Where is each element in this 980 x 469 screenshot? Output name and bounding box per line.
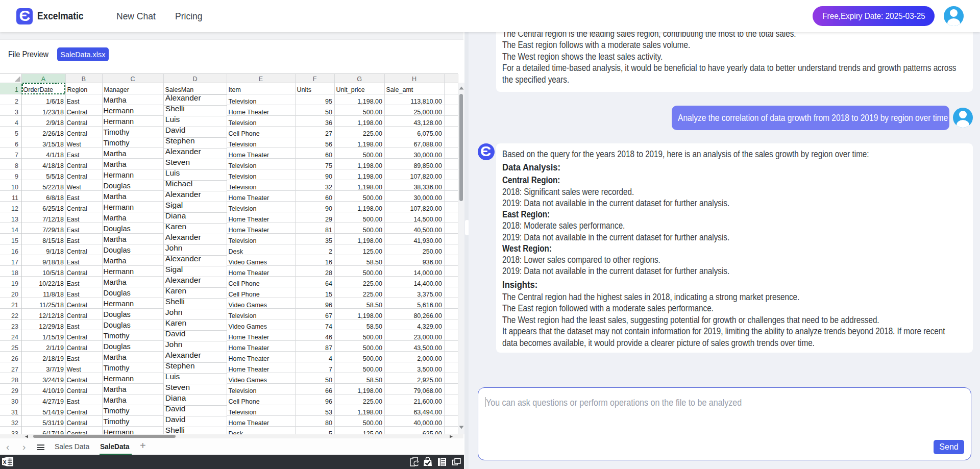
svg-text:Hermann: Hermann [104, 428, 134, 434]
svg-text:Home Theater: Home Theater [229, 109, 270, 116]
svg-text:35: 35 [325, 237, 332, 244]
svg-text:Douglas: Douglas [104, 289, 131, 297]
svg-text:7: 7 [329, 366, 332, 373]
svg-text:Home Theater: Home Theater [229, 334, 270, 341]
svg-text:2,000.00: 2,000.00 [417, 355, 442, 362]
svg-text:West: West [67, 141, 82, 148]
svg-text:1,198.00: 1,198.00 [357, 237, 382, 244]
svg-text:25: 25 [11, 344, 18, 352]
svg-text:12: 12 [11, 205, 18, 212]
svg-text:10/5/18: 10/5/18 [42, 269, 64, 277]
svg-text:43,128.00: 43,128.00 [413, 119, 442, 127]
svg-text:OrderDate: OrderDate [23, 86, 53, 93]
svg-text:G: G [357, 76, 362, 83]
svg-text:1,198.00: 1,198.00 [357, 312, 382, 319]
svg-text:4,329.00: 4,329.00 [417, 323, 442, 330]
svg-text:8/15/18: 8/15/18 [42, 237, 64, 244]
svg-text:Central: Central [67, 409, 87, 416]
svg-text:East: East [67, 323, 80, 330]
svg-text:Region: Region [67, 86, 88, 93]
svg-text:3/15/18: 3/15/18 [42, 141, 64, 148]
svg-text:Stephen: Stephen [165, 136, 195, 145]
svg-text:Central: Central [67, 430, 87, 434]
svg-text:Hermann: Hermann [104, 171, 134, 179]
svg-text:1,198.00: 1,198.00 [357, 119, 382, 127]
svg-text:7/12/18: 7/12/18 [42, 216, 64, 223]
svg-text:2/26/18: 2/26/18 [42, 130, 64, 137]
svg-text:David: David [165, 415, 186, 424]
svg-text:2/1/19: 2/1/19 [46, 344, 64, 352]
svg-text:Douglas: Douglas [104, 310, 131, 318]
svg-text:Sale_amt: Sale_amt [386, 86, 413, 93]
svg-text:Martha: Martha [104, 278, 127, 286]
svg-text:Television: Television [229, 141, 257, 148]
svg-text:500.00: 500.00 [363, 344, 382, 352]
svg-text:Alexander: Alexander [165, 276, 201, 284]
svg-text:80: 80 [325, 419, 332, 427]
svg-text:64: 64 [325, 280, 332, 287]
svg-text:Martha: Martha [104, 235, 127, 243]
svg-text:Cell Phone: Cell Phone [229, 398, 260, 405]
svg-text:46: 46 [325, 334, 332, 341]
svg-text:East: East [67, 152, 80, 159]
svg-text:John: John [165, 340, 183, 349]
svg-text:1,198.00: 1,198.00 [357, 98, 382, 105]
svg-text:Douglas: Douglas [104, 342, 131, 351]
svg-text:Douglas: Douglas [104, 225, 131, 233]
svg-text:10/22/18: 10/22/18 [39, 280, 64, 287]
svg-text:Timothy: Timothy [104, 407, 130, 415]
svg-text:500.00: 500.00 [363, 216, 382, 223]
svg-text:Martha: Martha [104, 96, 127, 104]
svg-text:4/1/18: 4/1/18 [46, 152, 64, 159]
svg-text:90: 90 [325, 173, 332, 180]
svg-text:10: 10 [11, 184, 18, 191]
svg-text:Karen: Karen [165, 286, 186, 295]
svg-text:Martha: Martha [104, 150, 127, 158]
svg-text:14,000.00: 14,000.00 [413, 269, 442, 277]
svg-text:21,600.00: 21,600.00 [413, 398, 442, 405]
svg-text:58.50: 58.50 [366, 377, 382, 384]
svg-text:67,088.00: 67,088.00 [413, 141, 442, 148]
svg-text:1,198.00: 1,198.00 [357, 184, 382, 191]
svg-text:1,198.00: 1,198.00 [357, 162, 382, 169]
svg-text:2/18/19: 2/18/19 [42, 355, 64, 362]
svg-text:500.00: 500.00 [363, 152, 382, 159]
svg-text:18: 18 [11, 269, 18, 277]
svg-text:Video Games: Video Games [229, 323, 267, 330]
svg-text:2/9/18: 2/9/18 [46, 119, 64, 127]
svg-text:107,820.00: 107,820.00 [410, 173, 442, 180]
svg-text:36: 36 [325, 119, 332, 127]
svg-text:1,198.00: 1,198.00 [357, 141, 382, 148]
svg-text:80,266.00: 80,266.00 [413, 312, 442, 319]
svg-text:50: 50 [325, 109, 332, 116]
svg-text:1,198.00: 1,198.00 [357, 409, 382, 416]
svg-text:6/25/18: 6/25/18 [42, 205, 64, 212]
svg-text:Steven: Steven [165, 383, 190, 391]
svg-text:2,925.00: 2,925.00 [417, 377, 442, 384]
svg-text:50: 50 [325, 377, 332, 384]
svg-text:Martha: Martha [104, 385, 127, 393]
svg-text:1,198.00: 1,198.00 [357, 205, 382, 212]
svg-text:29: 29 [325, 216, 332, 223]
svg-text:West: West [67, 184, 82, 191]
svg-text:Unit_price: Unit_price [336, 86, 365, 93]
svg-text:500.00: 500.00 [363, 269, 382, 277]
svg-text:Martha: Martha [104, 192, 127, 201]
svg-text:3/7/19: 3/7/19 [46, 366, 64, 373]
svg-text:500.00: 500.00 [363, 227, 382, 234]
svg-text:3,500.00: 3,500.00 [417, 366, 442, 373]
svg-text:20: 20 [11, 291, 18, 298]
svg-text:John: John [165, 243, 183, 252]
svg-text:41,930.00: 41,930.00 [413, 237, 442, 244]
svg-text:3/24/19: 3/24/19 [42, 377, 64, 384]
svg-text:Home Theater: Home Theater [229, 269, 270, 277]
svg-text:Television: Television [229, 173, 257, 180]
svg-text:Diana: Diana [165, 393, 186, 402]
svg-text:Sigal: Sigal [165, 265, 183, 274]
svg-text:Central: Central [67, 419, 87, 427]
svg-text:25,000.00: 25,000.00 [413, 109, 442, 116]
svg-text:East: East [67, 216, 80, 223]
svg-text:43,500.00: 43,500.00 [413, 344, 442, 352]
svg-text:4/27/19: 4/27/19 [42, 398, 64, 405]
svg-text:13: 13 [11, 216, 18, 223]
